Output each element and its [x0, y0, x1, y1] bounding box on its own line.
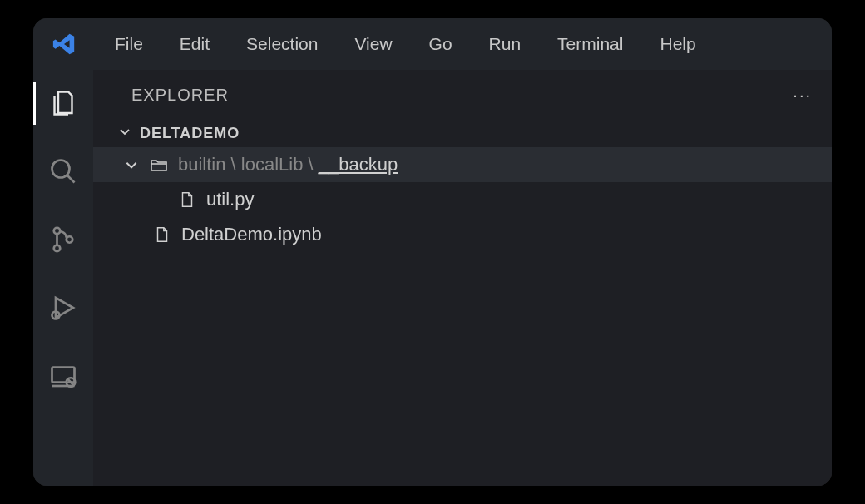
file-icon: [176, 189, 198, 210]
tree-file-util[interactable]: util.py: [93, 182, 832, 217]
tree-file-deltademo[interactable]: DeltaDemo.ipynb: [93, 217, 832, 252]
menu-file[interactable]: File: [100, 31, 158, 57]
menu-bar: File Edit Selection View Go Run Terminal…: [33, 18, 832, 70]
workspace-name: DELTADEMO: [140, 125, 240, 142]
menu-go[interactable]: Go: [414, 31, 467, 57]
tree-file-label: util.py: [206, 189, 254, 210]
tree-folder-backup[interactable]: builtin \ localLib \ __backup: [93, 147, 832, 182]
explorer-sidebar: EXPLORER ··· DELTADEMO: [93, 70, 832, 486]
sidebar-title-row: EXPLORER ···: [93, 70, 832, 120]
menu-help[interactable]: Help: [645, 31, 710, 57]
svg-point-3: [54, 245, 61, 252]
tree-folder-label: builtin \ localLib \ __backup: [178, 154, 398, 175]
chevron-down-icon: [118, 125, 131, 142]
search-icon[interactable]: [47, 155, 80, 188]
menu-edit[interactable]: Edit: [165, 31, 225, 57]
sidebar-title: EXPLORER: [131, 86, 229, 105]
run-debug-icon[interactable]: [47, 291, 80, 324]
vscode-logo-icon: [50, 30, 78, 58]
file-icon: [151, 224, 173, 245]
folder-open-icon: [148, 154, 170, 175]
menu-view[interactable]: View: [339, 31, 407, 57]
svg-line-1: [67, 175, 75, 183]
explorer-icon[interactable]: [47, 86, 80, 120]
menu-run[interactable]: Run: [474, 31, 536, 57]
more-icon[interactable]: ···: [793, 86, 817, 105]
svg-point-0: [52, 161, 70, 178]
source-control-icon[interactable]: [47, 223, 80, 256]
menu-terminal[interactable]: Terminal: [542, 31, 638, 57]
chevron-down-icon: [123, 157, 140, 172]
workspace-header[interactable]: DELTADEMO: [93, 120, 832, 147]
svg-rect-6: [52, 368, 75, 383]
remote-icon[interactable]: [47, 359, 80, 393]
tree-file-label: DeltaDemo.ipynb: [181, 224, 322, 245]
file-tree: builtin \ localLib \ __backup util.py: [93, 147, 832, 252]
vscode-window: File Edit Selection View Go Run Terminal…: [33, 18, 832, 486]
svg-point-2: [54, 228, 61, 235]
activity-bar: [33, 70, 93, 486]
menu-selection[interactable]: Selection: [231, 31, 333, 57]
